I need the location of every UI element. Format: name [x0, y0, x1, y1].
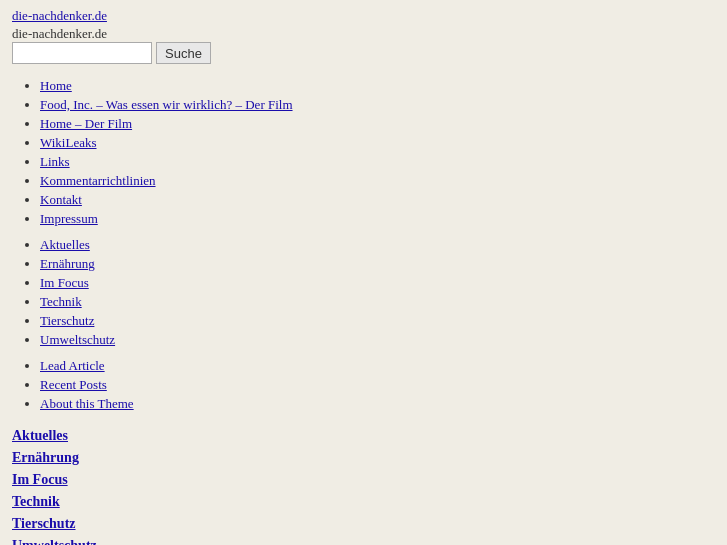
list-item: Im Focus	[40, 275, 715, 291]
nav-link[interactable]: WikiLeaks	[40, 135, 97, 150]
nav-link[interactable]: Kontakt	[40, 192, 82, 207]
nav-link[interactable]: Impressum	[40, 211, 98, 226]
nav-link[interactable]: Lead Article	[40, 358, 105, 373]
nav-link[interactable]: Links	[40, 154, 70, 169]
nav-link[interactable]: Recent Posts	[40, 377, 107, 392]
list-item: About this Theme	[40, 396, 715, 412]
list-item: Umweltschutz	[40, 332, 715, 348]
bottom-link[interactable]: Tierschutz	[12, 516, 715, 532]
bottom-link[interactable]: Ernährung	[12, 450, 715, 466]
site-title: die-nachdenker.de	[12, 26, 107, 41]
list-item: Ernährung	[40, 256, 715, 272]
list-item: Kommentarrichtlinien	[40, 173, 715, 189]
bottom-link[interactable]: Umweltschutz	[12, 538, 715, 545]
nav-link[interactable]: Im Focus	[40, 275, 89, 290]
bottom-link[interactable]: Aktuelles	[12, 428, 715, 444]
nav-link[interactable]: Tierschutz	[40, 313, 94, 328]
list-item: Recent Posts	[40, 377, 715, 393]
bottom-link[interactable]: Im Focus	[12, 472, 715, 488]
list-item: Tierschutz	[40, 313, 715, 329]
nav-group-2: AktuellesErnährungIm FocusTechnikTiersch…	[12, 237, 715, 348]
list-item: Home	[40, 78, 715, 94]
list-item: Kontakt	[40, 192, 715, 208]
nav-list-2: AktuellesErnährungIm FocusTechnikTiersch…	[12, 237, 715, 348]
list-item: Impressum	[40, 211, 715, 227]
nav-list-1: HomeFood, Inc. – Was essen wir wirklich?…	[12, 78, 715, 227]
nav-link[interactable]: Technik	[40, 294, 82, 309]
nav-group-3: Lead ArticleRecent PostsAbout this Theme	[12, 358, 715, 412]
search-input[interactable]	[12, 42, 152, 64]
list-item: Links	[40, 154, 715, 170]
list-item: Lead Article	[40, 358, 715, 374]
nav-link[interactable]: Umweltschutz	[40, 332, 115, 347]
nav-link[interactable]: Home – Der Film	[40, 116, 132, 131]
nav-group-1: HomeFood, Inc. – Was essen wir wirklich?…	[12, 78, 715, 227]
search-button[interactable]: Suche	[156, 42, 211, 64]
bottom-link[interactable]: Technik	[12, 494, 715, 510]
nav-link[interactable]: About this Theme	[40, 396, 134, 411]
nav-link[interactable]: Home	[40, 78, 72, 93]
search-form: Suche	[12, 42, 715, 64]
nav-link[interactable]: Kommentarrichtlinien	[40, 173, 156, 188]
list-item: Home – Der Film	[40, 116, 715, 132]
site-url-link[interactable]: die-nachdenker.de	[12, 8, 715, 24]
nav-link[interactable]: Food, Inc. – Was essen wir wirklich? – D…	[40, 97, 293, 112]
nav-link[interactable]: Aktuelles	[40, 237, 90, 252]
nav-list-3: Lead ArticleRecent PostsAbout this Theme	[12, 358, 715, 412]
list-item: Food, Inc. – Was essen wir wirklich? – D…	[40, 97, 715, 113]
list-item: Aktuelles	[40, 237, 715, 253]
list-item: Technik	[40, 294, 715, 310]
nav-link[interactable]: Ernährung	[40, 256, 95, 271]
list-item: WikiLeaks	[40, 135, 715, 151]
bottom-links: AktuellesErnährungIm FocusTechnikTiersch…	[12, 428, 715, 545]
